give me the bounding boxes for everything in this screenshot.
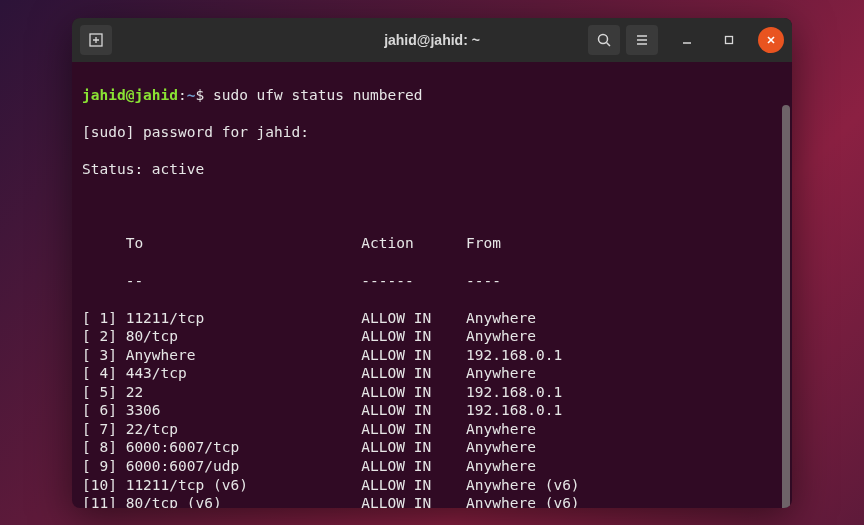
terminal-window: jahid@jahid: ~ jahid@jahid:~$ sudo ufw s…	[72, 18, 792, 508]
new-tab-button[interactable]	[80, 25, 112, 55]
sudo-password-line: [sudo] password for jahid:	[82, 123, 782, 142]
svg-point-3	[599, 34, 608, 43]
rule-row: [ 1] 11211/tcp ALLOW IN Anywhere	[82, 309, 782, 328]
rule-row: [ 3] Anywhere ALLOW IN 192.168.0.1	[82, 346, 782, 365]
new-tab-icon	[88, 32, 104, 48]
rule-row: [11] 80/tcp (v6) ALLOW IN Anywhere (v6)	[82, 494, 782, 507]
scrollbar-thumb[interactable]	[782, 105, 790, 508]
prompt-path: ~	[187, 87, 196, 103]
prompt-colon: :	[178, 87, 187, 103]
rule-row: [ 8] 6000:6007/tcp ALLOW IN Anywhere	[82, 438, 782, 457]
rule-row: [ 6] 3306 ALLOW IN 192.168.0.1	[82, 401, 782, 420]
prompt-symbol: $	[196, 87, 205, 103]
header-row: To Action From	[82, 234, 782, 253]
rule-row: [ 9] 6000:6007/udp ALLOW IN Anywhere	[82, 457, 782, 476]
minimize-icon	[681, 34, 693, 46]
rule-row: [ 4] 443/tcp ALLOW IN Anywhere	[82, 364, 782, 383]
rule-row: [ 2] 80/tcp ALLOW IN Anywhere	[82, 327, 782, 346]
blank-line	[82, 197, 782, 216]
rule-row: [ 5] 22 ALLOW IN 192.168.0.1	[82, 383, 782, 402]
prompt-line: jahid@jahid:~$ sudo ufw status numbered	[82, 86, 782, 105]
command-text: sudo ufw status numbered	[213, 87, 423, 103]
scrollbar[interactable]	[782, 68, 790, 502]
minimize-button[interactable]	[674, 27, 700, 53]
terminal-body[interactable]: jahid@jahid:~$ sudo ufw status numbered …	[72, 62, 792, 508]
window-title: jahid@jahid: ~	[384, 32, 480, 48]
prompt-user-host: jahid@jahid	[82, 87, 178, 103]
hamburger-icon	[634, 32, 650, 48]
maximize-icon	[723, 34, 735, 46]
maximize-button[interactable]	[716, 27, 742, 53]
titlebar: jahid@jahid: ~	[72, 18, 792, 62]
divider-row: -- ------ ----	[82, 272, 782, 291]
rule-row: [10] 11211/tcp (v6) ALLOW IN Anywhere (v…	[82, 476, 782, 495]
status-line: Status: active	[82, 160, 782, 179]
rule-row: [ 7] 22/tcp ALLOW IN Anywhere	[82, 420, 782, 439]
rules-list: [ 1] 11211/tcp ALLOW IN Anywhere[ 2] 80/…	[82, 309, 782, 508]
svg-rect-9	[726, 36, 733, 43]
svg-line-4	[607, 42, 611, 46]
search-button[interactable]	[588, 25, 620, 55]
close-icon	[765, 34, 777, 46]
search-icon	[596, 32, 612, 48]
menu-button[interactable]	[626, 25, 658, 55]
close-button[interactable]	[758, 27, 784, 53]
